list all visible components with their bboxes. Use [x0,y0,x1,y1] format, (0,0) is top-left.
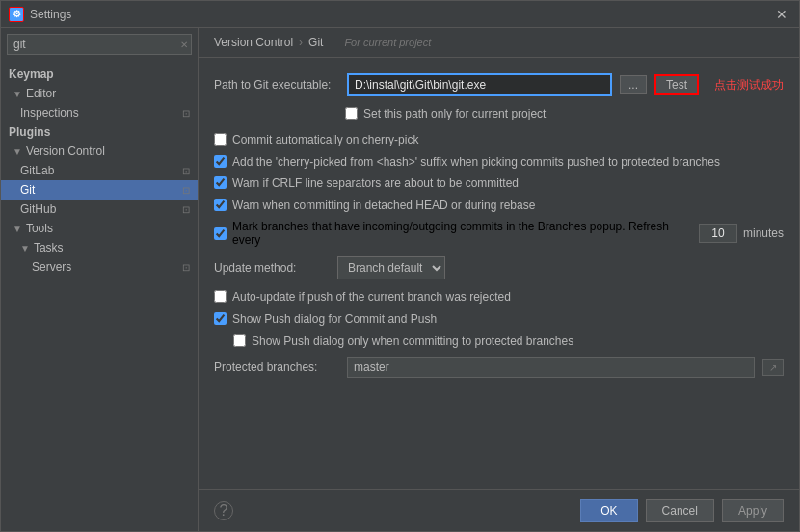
breadcrumb: Version Control › Git For current projec… [199,28,799,58]
detached-checkbox[interactable] [214,199,227,211]
crlf-checkbox[interactable] [214,176,227,189]
detached-row: Warn when committing in detached HEAD or… [214,198,784,214]
sidebar-item-plugins[interactable]: Plugins [1,122,198,142]
ok-button[interactable]: OK [580,499,637,522]
search-input[interactable] [7,34,192,55]
update-method-label: Update method: [214,261,330,275]
update-method-select[interactable]: Branch default Merge Rebase [337,256,445,279]
settings-content: Path to Git executable: ... Test 点击测试成功 … [199,58,799,489]
mark-branches-checkbox[interactable] [214,227,227,240]
test-button[interactable]: Test [654,74,699,95]
sidebar-item-servers-label: Servers [32,260,71,274]
crlf-row: Warn if CRLF line separators are about t… [214,175,784,192]
sidebar-item-github[interactable]: GitHub ⊡ [1,200,198,219]
footer-left: ? [214,501,233,520]
git-icon: ⊡ [182,185,190,196]
for-current-project: For current project [344,37,431,48]
sidebar-item-tasks[interactable]: ▼ Tasks [1,238,198,257]
search-box: ✕ [7,34,192,55]
sidebar-item-inspections[interactable]: Inspections ⊡ [1,103,198,122]
vc-arrow: ▼ [13,146,22,157]
git-path-row: Path to Git executable: ... Test 点击测试成功 [214,73,784,96]
set-path-checkbox[interactable] [345,107,358,120]
breadcrumb-separator: › [299,36,303,49]
apply-button[interactable]: Apply [722,499,784,522]
show-push-protected-label: Show Push dialog only when committing to… [252,333,573,350]
browse-button[interactable]: ... [620,75,647,94]
path-label: Path to Git executable: [214,78,339,92]
crlf-label: Warn if CRLF line separators are about t… [232,175,519,192]
commit-auto-checkbox[interactable] [214,133,227,146]
editor-arrow: ▼ [13,89,22,99]
mark-branches-label: Mark branches that have incoming/outgoin… [232,220,693,247]
cancel-button[interactable]: Cancel [646,499,714,522]
breadcrumb-parent[interactable]: Version Control [214,36,293,49]
settings-icon: ⚙ [9,7,24,22]
close-button[interactable]: ✕ [772,7,791,22]
sidebar-item-plugins-label: Plugins [9,125,50,139]
main-content: ✕ Keymap ▼ Editor Inspections ⊡ Plugins [1,28,799,531]
sidebar: ✕ Keymap ▼ Editor Inspections ⊡ Plugins [1,28,199,531]
protected-branches-btn[interactable]: ↗ [762,359,784,376]
tools-arrow: ▼ [13,224,22,234]
show-push-checkbox[interactable] [214,312,227,325]
title-bar-left: ⚙ Settings [9,7,71,22]
sidebar-item-vc-label: Version Control [26,145,105,158]
sidebar-tree: Keymap ▼ Editor Inspections ⊡ Plugins ▼ … [1,61,198,531]
gitlab-icon: ⊡ [182,166,190,176]
refresh-unit: minutes [743,226,784,240]
show-push-label: Show Push dialog for Commit and Push [232,311,437,328]
show-push-protected-checkbox[interactable] [233,334,246,347]
footer: ? OK Cancel Apply [199,489,799,531]
sidebar-item-git-label: Git [20,183,35,197]
commit-auto-label: Commit automatically on cherry-pick [232,132,418,148]
protected-branches-input[interactable] [347,357,755,378]
commit-auto-row: Commit automatically on cherry-pick [214,132,784,148]
main-panel: Version Control › Git For current projec… [199,28,799,531]
window-title: Settings [30,8,71,21]
inspections-icon: ⊡ [182,108,190,119]
cherry-picked-label: Add the 'cherry-picked from <hash>' suff… [232,154,720,171]
sidebar-item-git[interactable]: Git ⊡ [1,180,198,200]
sidebar-item-servers[interactable]: Servers ⊡ [1,257,198,277]
sidebar-item-inspections-label: Inspections [20,106,79,120]
sidebar-item-github-label: GitHub [20,202,56,216]
tasks-arrow: ▼ [20,243,30,253]
sidebar-item-editor-label: Editor [26,87,56,100]
sidebar-item-gitlab[interactable]: GitLab ⊡ [1,161,198,180]
git-path-input[interactable] [347,73,612,96]
search-icon: ✕ [180,40,188,50]
settings-window: ⚙ Settings ✕ ✕ Keymap ▼ Editor Inspectio… [0,0,800,532]
github-icon: ⊡ [182,204,190,215]
sidebar-item-version-control[interactable]: ▼ Version Control [1,142,198,161]
servers-icon: ⊡ [182,262,190,273]
sidebar-item-editor[interactable]: ▼ Editor [1,84,198,103]
set-path-label[interactable]: Set this path only for current project [363,106,546,122]
update-method-row: Update method: Branch default Merge Reba… [214,256,784,279]
refresh-minutes-input[interactable] [699,224,737,243]
sidebar-item-tools[interactable]: ▼ Tools [1,219,198,238]
test-success-text: 点击测试成功 [714,77,784,93]
breadcrumb-current: Git [308,36,323,49]
protected-branches-label: Protected branches: [214,360,339,374]
footer-right: OK Cancel Apply [580,499,784,522]
sidebar-item-tools-label: Tools [26,222,53,235]
auto-update-label: Auto-update if push of the current branc… [232,289,511,306]
protected-branches-row: Protected branches: ↗ [214,357,784,378]
sidebar-item-tasks-label: Tasks [34,241,64,254]
title-bar: ⚙ Settings ✕ [1,1,799,28]
sidebar-item-keymap[interactable]: Keymap [1,65,198,84]
show-push-row: Show Push dialog for Commit and Push [214,311,784,328]
set-path-row: Set this path only for current project [214,106,784,122]
cherry-picked-checkbox[interactable] [214,155,227,168]
cherry-picked-row: Add the 'cherry-picked from <hash>' suff… [214,154,784,171]
show-push-protected-row: Show Push dialog only when committing to… [214,333,784,350]
detached-label: Warn when committing in detached HEAD or… [232,198,535,214]
auto-update-checkbox[interactable] [214,290,227,303]
auto-update-row: Auto-update if push of the current branc… [214,289,784,306]
mark-branches-row: Mark branches that have incoming/outgoin… [214,220,784,247]
help-button[interactable]: ? [214,501,233,520]
sidebar-item-keymap-label: Keymap [9,67,54,81]
sidebar-item-gitlab-label: GitLab [20,164,54,177]
